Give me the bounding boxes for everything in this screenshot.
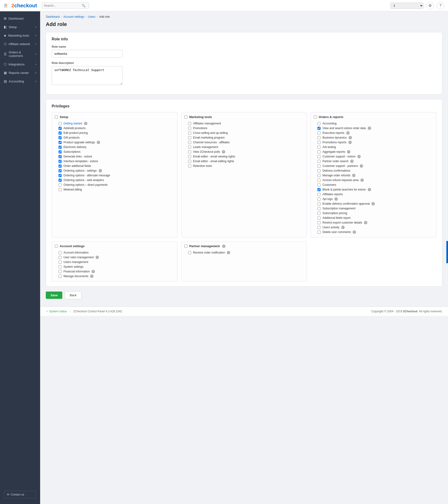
sidebar-item-affiliate-network[interactable]: ⬡ Affiliate network ▾ xyxy=(0,40,40,48)
view-polls-checkbox[interactable] xyxy=(188,150,191,153)
customers-checkbox[interactable] xyxy=(318,183,321,186)
retention-tools-checkbox[interactable] xyxy=(188,164,191,168)
info-icon[interactable]: ? xyxy=(368,126,371,130)
info-icon[interactable]: ? xyxy=(347,150,350,153)
email-editor-editing-checkbox[interactable] xyxy=(188,160,191,163)
info-icon[interactable]: ? xyxy=(372,202,375,205)
help-icon[interactable]: ? xyxy=(437,2,444,9)
accounting-checkbox[interactable] xyxy=(318,122,321,125)
contact-us-button[interactable]: ✉ Contact us xyxy=(4,491,36,498)
sidebar-item-setup[interactable]: ◧ Setup ▾ xyxy=(0,23,40,31)
breadcrumb-account-settings[interactable]: Account settings xyxy=(64,15,84,18)
executive-reports-checkbox[interactable] xyxy=(318,131,321,135)
orders-master-checkbox[interactable] xyxy=(314,115,317,119)
manage-order-refunds-checkbox[interactable] xyxy=(318,174,321,177)
breadcrumb-dashboard[interactable]: Dashboard xyxy=(46,15,60,18)
subscriptions-checkbox[interactable] xyxy=(58,150,62,153)
generate-links-checkbox[interactable] xyxy=(58,155,62,158)
system-settings-checkbox[interactable] xyxy=(58,265,62,269)
order-additional-fields-checkbox[interactable] xyxy=(58,164,62,168)
info-icon[interactable]: ? xyxy=(348,141,352,144)
info-icon[interactable]: ? xyxy=(90,274,93,278)
info-icon[interactable]: ? xyxy=(91,270,95,273)
info-icon[interactable]: ? xyxy=(352,174,356,177)
need-help-tab[interactable]: Need Help? xyxy=(446,241,448,263)
interface-templates-checkbox[interactable] xyxy=(58,160,62,163)
sidebar-item-integrations[interactable]: ⬡ Integrations ▾ xyxy=(0,60,40,69)
subscription-pricing-checkbox[interactable] xyxy=(318,212,321,215)
view-search-estore-checkbox[interactable] xyxy=(318,127,321,130)
info-icon[interactable]: ? xyxy=(341,226,345,229)
info-icon[interactable]: ? xyxy=(222,150,225,153)
affiliates-mgmt-checkbox[interactable] xyxy=(188,122,191,125)
info-icon[interactable]: ? xyxy=(222,245,225,248)
system-status[interactable]: ✓ System status xyxy=(46,310,67,313)
delivery-confirmations-checkbox[interactable] xyxy=(318,169,321,172)
gear-icon[interactable]: ⚙ xyxy=(426,2,434,9)
ordering-options-settings-checkbox[interactable] xyxy=(58,169,62,172)
leads-management-checkbox[interactable] xyxy=(188,146,191,149)
info-icon[interactable]: ? xyxy=(346,131,350,135)
channel-resources-checkbox[interactable] xyxy=(188,141,191,144)
info-icon[interactable]: ? xyxy=(353,230,356,234)
gift-products-checkbox[interactable] xyxy=(58,136,62,139)
marketing-master-checkbox[interactable] xyxy=(184,115,187,119)
breadcrumb-users[interactable]: Users xyxy=(88,15,95,18)
role-name-input[interactable] xyxy=(52,50,123,58)
info-icon[interactable]: ? xyxy=(84,122,87,125)
sidebar-item-reports-center[interactable]: ▦ Reports center ▾ xyxy=(0,69,40,77)
enable-delivery-confirmation-checkbox[interactable] xyxy=(318,202,321,205)
email-editor-viewing-checkbox[interactable] xyxy=(188,155,191,158)
access-refund-checkbox[interactable] xyxy=(318,179,321,182)
api-logs-checkbox[interactable] xyxy=(318,198,321,201)
account-information-checkbox[interactable] xyxy=(58,251,62,254)
info-icon[interactable]: ? xyxy=(364,221,367,224)
ordering-options-web-checkbox[interactable] xyxy=(58,179,62,182)
financial-information-checkbox[interactable] xyxy=(58,270,62,273)
search-input[interactable] xyxy=(44,4,82,7)
info-icon[interactable]: ? xyxy=(360,179,364,182)
info-icon[interactable]: ? xyxy=(99,169,102,172)
delete-user-comments-checkbox[interactable] xyxy=(318,231,321,234)
electronic-delivery-checkbox[interactable] xyxy=(58,146,62,149)
info-icon[interactable]: ? xyxy=(357,155,361,158)
sidebar-item-orders-customers[interactable]: ☰ Orders & customers ▾ xyxy=(0,48,40,60)
user-roles-mgmt-checkbox[interactable] xyxy=(58,256,62,259)
users-management-checkbox[interactable] xyxy=(58,261,62,264)
business-dynamics-checkbox[interactable] xyxy=(318,136,321,139)
manage-documents-checkbox[interactable] xyxy=(58,275,62,278)
role-desc-input[interactable]: <span class="highlight-text">softWORKZ</… xyxy=(52,66,123,85)
info-icon[interactable]: ? xyxy=(97,141,100,144)
info-icon[interactable]: ? xyxy=(349,136,352,139)
sidebar-item-marketing-tools[interactable]: ◈ Marketing tools ▾ xyxy=(0,31,40,40)
receive-order-notification-checkbox[interactable] xyxy=(188,251,191,254)
info-icon[interactable]: ? xyxy=(368,188,371,191)
save-button[interactable]: Save xyxy=(46,291,62,299)
promotions-reports-checkbox[interactable] xyxy=(318,141,321,144)
info-icon[interactable]: ? xyxy=(96,256,99,259)
cross-selling-checkbox[interactable] xyxy=(188,131,191,135)
email-marketing-checkbox[interactable] xyxy=(188,136,191,139)
promotions-checkbox[interactable] xyxy=(188,127,191,130)
affiliates-reports-checkbox[interactable] xyxy=(318,193,321,196)
info-icon[interactable]: ? xyxy=(360,164,363,168)
users-activity-checkbox[interactable] xyxy=(318,226,321,229)
account-select[interactable]: 1 xyxy=(390,3,423,9)
sidebar-item-dashboard[interactable]: ⊞ Dashboard xyxy=(0,14,40,23)
account-settings-master-checkbox[interactable] xyxy=(55,245,58,248)
info-icon[interactable]: ? xyxy=(335,197,338,201)
setup-master-checkbox[interactable] xyxy=(55,115,58,119)
back-button[interactable]: Back xyxy=(65,291,81,299)
edit-product-pricing-checkbox[interactable] xyxy=(58,131,62,135)
restrict-export-checkbox[interactable] xyxy=(318,221,321,224)
product-upgrade-checkbox[interactable] xyxy=(58,141,62,144)
info-icon[interactable]: ? xyxy=(350,160,354,163)
ordering-options-direct-checkbox[interactable] xyxy=(58,183,62,186)
partner-master-checkbox[interactable] xyxy=(184,245,187,248)
aggregate-reports-checkbox[interactable] xyxy=(318,150,321,153)
sidebar-item-accounting[interactable]: ▤ Accounting ▾ xyxy=(0,77,40,86)
subscription-mgmt-checkbox[interactable] xyxy=(318,207,321,210)
ab-testing-checkbox[interactable] xyxy=(318,146,321,149)
getting-started-checkbox[interactable] xyxy=(58,122,62,125)
customer-support-estore-checkbox[interactable] xyxy=(318,155,321,158)
